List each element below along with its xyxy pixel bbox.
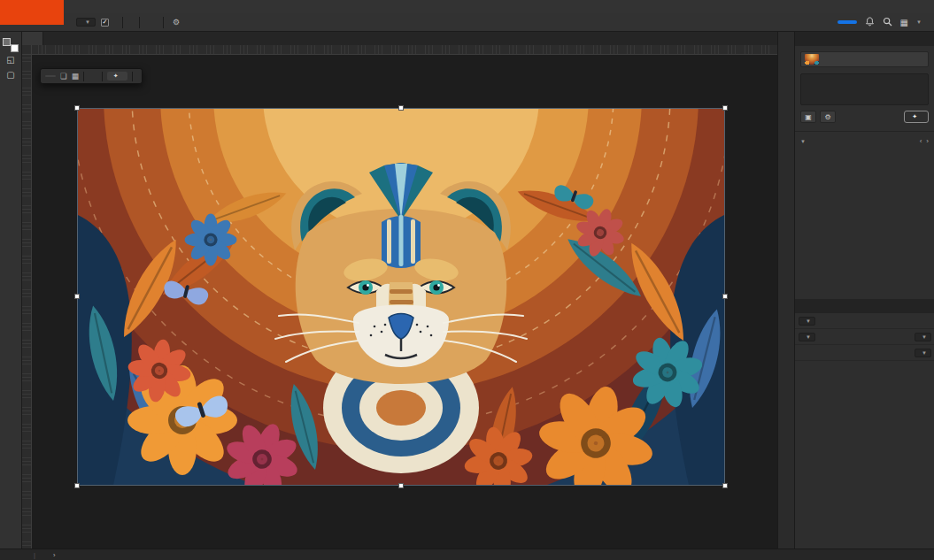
search-icon[interactable] — [883, 17, 892, 28]
taskbar-layer-chip[interactable] — [45, 75, 56, 77]
layers-panel: ▼ ▼ ▼ ▼ — [795, 299, 934, 361]
fill-dropdown[interactable]: ▼ — [915, 349, 931, 357]
divider — [795, 131, 934, 132]
taskbar-generate-button[interactable]: ✦ — [107, 72, 127, 81]
sparkle-icon: ✦ — [113, 73, 119, 80]
transform-handle[interactable] — [722, 105, 728, 111]
generative-layer-row[interactable] — [800, 51, 929, 67]
options-bar: ▼ ✓ ⚙ ▦ ▼ — [0, 13, 934, 32]
divider — [102, 72, 103, 81]
nicom-logo — [0, 0, 64, 25]
divider — [122, 17, 123, 28]
auto-select-dropdown[interactable]: ▼ — [76, 18, 96, 27]
status-chevron-icon[interactable]: › — [53, 551, 56, 559]
transform-handle[interactable] — [74, 294, 80, 299]
transform-handle[interactable] — [74, 105, 80, 111]
chevron-down-icon: ▼ — [806, 318, 811, 324]
layer-type-thumbnail — [805, 54, 819, 65]
share-button[interactable] — [838, 20, 857, 24]
tools-panel: ◱ ▢ — [0, 32, 22, 548]
divider — [163, 17, 164, 28]
chevron-down-icon: ▼ — [85, 19, 90, 25]
opacity-dropdown[interactable]: ▼ — [915, 333, 931, 341]
previous-variation-icon[interactable]: ‹ — [920, 137, 922, 145]
reference-image-button[interactable]: ▣ — [800, 111, 816, 123]
prompt-actions: ▣ ⚙ ✦ — [800, 111, 929, 123]
promo-banner — [481, 412, 899, 518]
chevron-down-icon[interactable]: ▼ — [800, 139, 806, 144]
chevron-down-icon: ▼ — [922, 334, 927, 340]
variations-controls: ‹ › — [915, 137, 929, 145]
blend-mode-dropdown[interactable]: ▼ — [799, 333, 815, 341]
generate-button[interactable]: ✦ — [904, 111, 929, 123]
vertical-ruler — [22, 55, 32, 548]
variations-header: ▼ ‹ › — [800, 137, 929, 145]
menu-bar — [0, 0, 934, 13]
divider: | — [34, 551, 35, 559]
screen-mode-icon[interactable]: ▢ — [0, 67, 22, 82]
divider — [83, 72, 84, 81]
prompt-settings-button[interactable]: ⚙ — [820, 111, 836, 123]
layer-filter-dropdown[interactable]: ▼ — [799, 317, 815, 326]
workspace-switcher-icon[interactable]: ▦ — [900, 18, 908, 27]
lock-row: ▼ — [795, 345, 934, 361]
document-tab-bar — [22, 32, 777, 45]
divider — [139, 17, 140, 28]
transform-controls-checkbox[interactable]: ✓ — [101, 19, 109, 27]
contextual-task-bar: ❏ ▦ ✦ — [40, 68, 143, 84]
chevron-down-icon[interactable]: ▼ — [916, 19, 922, 25]
workspace-settings-icon[interactable]: ⚙ — [172, 18, 181, 27]
notifications-bell-icon[interactable] — [865, 17, 875, 28]
chevron-down-icon: ▼ — [922, 350, 927, 356]
photoshop-window: ▼ ✓ ⚙ ▦ ▼ ◱ ▢ — [0, 0, 934, 560]
prompt-textbox[interactable] — [800, 73, 929, 105]
transform-handle[interactable] — [74, 483, 80, 488]
quick-mask-icon[interactable]: ◱ — [0, 52, 22, 67]
ruler-corner — [22, 45, 32, 55]
properties-panel: ▣ ⚙ ✦ ▼ ‹ › — [795, 46, 934, 164]
top-right-cluster: ▦ ▼ — [838, 17, 927, 28]
divider — [132, 72, 133, 81]
blend-mode-row: ▼ ▼ — [795, 329, 934, 345]
transform-handle[interactable] — [398, 483, 404, 488]
taskbar-layers-icon[interactable]: ❏ — [60, 72, 67, 81]
foreground-color-swatch[interactable] — [3, 38, 11, 46]
next-variation-icon[interactable]: › — [926, 137, 929, 145]
layers-tab-bar — [795, 299, 934, 313]
color-swatches[interactable] — [3, 38, 19, 52]
transform-handle[interactable] — [722, 294, 728, 299]
taskbar-grid-icon[interactable]: ▦ — [72, 72, 79, 81]
background-color-swatch[interactable] — [11, 44, 19, 52]
status-bar: | › — [0, 548, 934, 560]
horizontal-ruler — [22, 45, 777, 55]
sparkle-icon: ✦ — [912, 113, 917, 120]
transform-handle[interactable] — [398, 105, 404, 111]
layer-filter-row: ▼ — [795, 313, 934, 329]
chevron-down-icon: ▼ — [806, 334, 811, 340]
document-tab[interactable] — [22, 32, 43, 45]
properties-tab-bar — [795, 32, 934, 46]
